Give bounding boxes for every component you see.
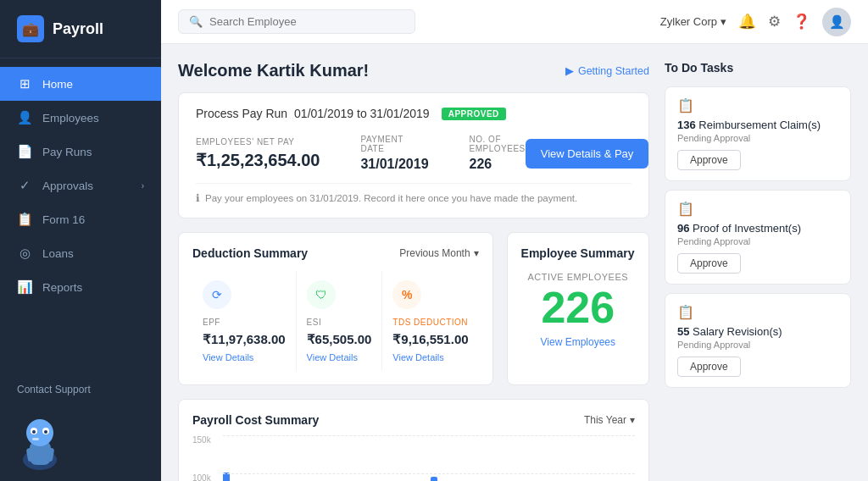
deduction-tds: % TDS DEDUCTION ₹9,16,551.00 View Detail… [382,272,478,371]
esi-view-details[interactable]: View Details [307,352,372,362]
employee-summary-header: Employee Summary [521,246,635,260]
bar-group [223,473,255,481]
approvals-icon: ✓ [17,178,32,193]
search-input[interactable] [209,15,404,28]
avatar[interactable]: 👤 [822,8,851,36]
sidebar-item-approvals[interactable]: ✓ Approvals › [0,169,161,202]
chevron-right-icon: › [142,181,144,191]
sidebar-item-home[interactable]: ⊞ Home [0,67,161,101]
logo-icon: 💼 [17,15,44,42]
deduction-title: Deduction Summary [192,246,308,260]
esi-icon: 🛡 [307,280,336,309]
chart-container: 150k 100k [192,435,635,481]
search-box[interactable]: 🔍 [178,9,415,34]
info-icon: ℹ [196,192,200,204]
todo-panel: To Do Tasks 📋 136 Reimbursement Claim(s)… [665,61,851,464]
content-left: Welcome Kartik Kumar! ▶ Getting Started … [178,61,649,464]
net-pay-value: ₹1,25,23,654.00 [196,150,320,170]
approved-badge: APPROVED [442,108,506,120]
todo-status: Pending Approval [677,340,838,350]
deduction-period-selector[interactable]: Previous Month ▾ [399,247,478,259]
todo-icon: 📋 [677,304,838,320]
sidebar-item-form16[interactable]: 📋 Form 16 [0,202,161,236]
svg-rect-7 [32,438,39,440]
cost-header: Payroll Cost Summary This Year ▾ [192,413,635,427]
num-employees-detail: NO. OF EMPLOYEES 226 [470,135,526,172]
notifications-icon[interactable]: 🔔 [738,13,756,30]
svg-point-6 [44,430,47,434]
pay-run-title: Process Pay Run 01/01/2019 to 31/01/2019 [196,107,433,120]
pay-note: ℹ Pay your employees on 31/01/2019. Reco… [196,183,632,204]
sidebar-label-reports: Reports [42,281,82,294]
settings-icon[interactable]: ⚙ [768,13,781,30]
payment-date-detail: PAYMENT DATE 31/01/2019 [360,135,428,172]
contact-support[interactable]: Contact Support [0,370,161,409]
todo-item: 📋 136 Reimbursement Claim(s) Pending App… [665,86,851,181]
approve-button[interactable]: Approve [677,150,741,170]
sidebar-item-loans[interactable]: ◎ Loans [0,236,161,270]
epf-view-details[interactable]: View Details [203,352,286,362]
sidebar: 💼 Payroll ⊞ Home 👤 Employees 📄 Pay Runs … [0,0,161,481]
reports-icon: 📊 [17,279,32,295]
sidebar-item-reports[interactable]: 📊 Reports [0,270,161,304]
epf-value: ₹11,97,638.00 [203,332,286,347]
loans-icon: ◎ [17,246,32,261]
sidebar-label-loans: Loans [42,247,74,260]
payruns-icon: 📄 [17,144,32,159]
sidebar-nav: ⊞ Home 👤 Employees 📄 Pay Runs ✓ Approval… [0,58,161,370]
tds-value: ₹9,16,551.00 [392,332,468,347]
circle-play-icon: ▶ [565,64,574,77]
bar-group [431,477,463,481]
view-details-pay-button[interactable]: View Details & Pay [526,139,649,169]
deduction-esi: 🛡 ESI ₹65,505.00 View Details [297,272,383,371]
form16-icon: 📋 [17,212,32,227]
payment-date-value: 31/01/2019 [360,157,428,172]
todo-icon: 📋 [677,201,838,217]
todo-status: Pending Approval [677,236,838,246]
sidebar-item-employees[interactable]: 👤 Employees [0,101,161,135]
company-selector[interactable]: Zylker Corp ▾ [660,15,726,28]
y-label-100k: 100k [192,473,211,481]
epf-icon: ⟳ [203,280,231,309]
logo-text: Payroll [53,20,103,38]
employees-icon: 👤 [17,110,32,125]
todo-status: Pending Approval [677,133,838,143]
svg-point-2 [26,419,53,446]
main-area: 🔍 Zylker Corp ▾ 🔔 ⚙ ❓ 👤 We [161,0,868,481]
approve-button[interactable]: Approve [677,253,741,274]
sidebar-label-form16: Form 16 [42,213,85,226]
pay-run-card: Process Pay Run 01/01/2019 to 31/01/2019… [178,92,649,218]
todo-title: To Do Tasks [665,61,851,75]
approve-button[interactable]: Approve [677,357,741,377]
sidebar-item-payruns[interactable]: 📄 Pay Runs [0,135,161,169]
netpay-bar [431,477,437,481]
year-selector[interactable]: This Year ▾ [584,414,635,426]
todo-count-title: 136 Reimbursement Claim(s) [677,119,838,131]
todo-item: 📋 96 Proof of Investment(s) Pending Appr… [665,190,851,285]
y-label-150k: 150k [192,435,211,445]
deduction-items: ⟳ EPF ₹11,97,638.00 View Details 🛡 ESI ₹… [192,272,479,371]
chevron-down-icon: ▾ [474,247,479,259]
svg-point-5 [32,430,36,434]
netpay-bar [223,473,230,481]
pay-run-details: EMPLOYEES' NET PAY ₹1,25,23,654.00 PAYME… [196,132,632,174]
employee-card: Employee Summary ACTIVE EMPLOYEES 226 Vi… [507,232,649,385]
payroll-cost-card: Payroll Cost Summary This Year ▾ 150k 10… [178,399,649,481]
sidebar-label-approvals: Approvals [42,180,93,192]
help-icon[interactable]: ❓ [793,13,810,30]
sidebar-label-home: Home [42,78,73,91]
esi-value: ₹65,505.00 [307,332,372,347]
chevron-down-icon: ▾ [721,15,726,28]
header: 🔍 Zylker Corp ▾ 🔔 ⚙ ❓ 👤 [161,0,868,44]
deduction-header: Deduction Summary Previous Month ▾ [192,246,479,260]
getting-started-link[interactable]: ▶ Getting Started [565,64,649,77]
mascot [0,409,161,481]
tds-view-details[interactable]: View Details [392,352,468,362]
todo-items: 📋 136 Reimbursement Claim(s) Pending App… [665,86,851,388]
cost-title: Payroll Cost Summary [192,413,319,427]
view-employees-link[interactable]: View Employees [521,336,635,348]
active-employees-label: ACTIVE EMPLOYEES [521,272,635,282]
chart-gridlines [223,435,635,481]
logo: 💼 Payroll [0,0,161,58]
page-header: Welcome Kartik Kumar! ▶ Getting Started [178,61,649,80]
